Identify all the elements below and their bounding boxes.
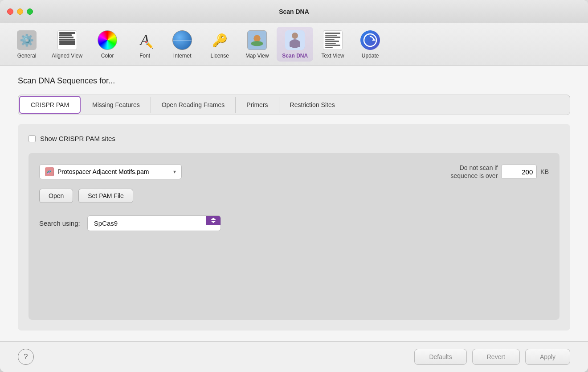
- set-pam-file-button[interactable]: Set PAM File: [78, 189, 133, 203]
- svg-point-4: [292, 33, 298, 39]
- toolbar: ⚙️ General Aligned View: [0, 23, 588, 66]
- toolbar-label-aligned-view: Aligned View: [52, 53, 82, 59]
- tab-crispr-pam[interactable]: CRISPR PAM: [19, 96, 81, 114]
- map-view-icon: [246, 29, 268, 51]
- limit-unit: KB: [540, 168, 549, 175]
- tab-bar: CRISPR PAM Missing Features Open Reading…: [18, 95, 570, 115]
- tab-open-reading-frames[interactable]: Open Reading Frames: [151, 97, 236, 113]
- apply-button[interactable]: Apply: [525, 349, 570, 365]
- svg-marker-8: [372, 38, 376, 41]
- maximize-button[interactable]: [27, 8, 33, 15]
- toolbar-label-scan-dna: Scan DNA: [282, 53, 308, 59]
- toolbar-label-map-view: Map View: [245, 53, 269, 59]
- toolbar-item-aligned-view[interactable]: Aligned View: [46, 27, 88, 62]
- search-label: Search using:: [39, 219, 80, 227]
- tab-missing-features[interactable]: Missing Features: [82, 97, 151, 113]
- file-row: 🧬 Protospacer Adjacent Motifs.pam ▾ Do n…: [39, 164, 549, 180]
- search-select[interactable]: SpCas9: [87, 215, 221, 231]
- toolbar-item-license[interactable]: 🔑 License: [202, 27, 237, 62]
- toolbar-label-license: License: [210, 53, 229, 59]
- tab-restriction-sites[interactable]: Restriction Sites: [279, 97, 346, 113]
- button-row: Open Set PAM File: [39, 189, 549, 203]
- license-icon: 🔑: [209, 29, 230, 51]
- svg-point-2: [251, 41, 263, 46]
- panel: Show CRISPR PAM sites 🧬 Protospacer Adja…: [18, 124, 570, 331]
- section-title: Scan DNA Sequences for...: [18, 76, 570, 86]
- file-selector[interactable]: 🧬 Protospacer Adjacent Motifs.pam ▾: [39, 164, 182, 179]
- toolbar-item-general[interactable]: ⚙️ General: [9, 27, 45, 62]
- search-row: Search using: SpCas9: [39, 215, 549, 231]
- pam-file-icon: 🧬: [45, 167, 54, 176]
- toolbar-label-internet: Internet: [173, 53, 192, 59]
- toolbar-item-map-view[interactable]: Map View: [239, 27, 275, 62]
- inner-panel: 🧬 Protospacer Adjacent Motifs.pam ▾ Do n…: [29, 153, 559, 320]
- traffic-lights: [7, 8, 33, 15]
- show-crispr-checkbox[interactable]: [29, 135, 36, 142]
- tab-primers[interactable]: Primers: [236, 97, 279, 113]
- aligned-view-icon: [57, 29, 78, 51]
- toolbar-item-font[interactable]: A ✏️ Font: [127, 27, 163, 62]
- toolbar-item-text-view[interactable]: Text View: [315, 27, 351, 62]
- svg-marker-12: [211, 221, 216, 223]
- limit-input[interactable]: [501, 165, 537, 179]
- toolbar-item-color[interactable]: Color: [90, 27, 125, 62]
- defaults-button[interactable]: Defaults: [414, 349, 466, 365]
- general-icon: ⚙️: [16, 29, 37, 51]
- toolbar-item-scan-dna[interactable]: Scan DNA: [277, 27, 313, 62]
- file-selector-value: Protospacer Adjacent Motifs.pam: [57, 168, 149, 175]
- internet-icon: [172, 29, 193, 51]
- svg-point-1: [254, 35, 261, 42]
- search-select-value: SpCas9: [88, 216, 206, 231]
- svg-rect-6: [290, 41, 300, 47]
- text-view-icon: [322, 29, 343, 51]
- open-button[interactable]: Open: [39, 189, 73, 203]
- scan-dna-icon: [284, 29, 306, 51]
- bottom-bar: ? Defaults Revert Apply: [0, 341, 588, 372]
- color-icon: [97, 29, 118, 51]
- limit-section: Do not scan ifsequence is over KB: [450, 164, 549, 180]
- update-icon: [359, 29, 381, 51]
- toolbar-label-text-view: Text View: [322, 53, 344, 59]
- toolbar-label-update: Update: [362, 53, 379, 59]
- svg-marker-11: [211, 218, 216, 220]
- close-button[interactable]: [7, 8, 13, 15]
- window: Scan DNA ⚙️ General Aligned Vie: [0, 0, 588, 372]
- window-title: Scan DNA: [279, 8, 309, 15]
- dropdown-arrow-icon: ▾: [173, 169, 176, 175]
- font-icon: A ✏️: [134, 29, 155, 51]
- search-select-arrow-icon[interactable]: [206, 216, 220, 225]
- toolbar-label-font: Font: [139, 53, 150, 59]
- toolbar-item-internet[interactable]: Internet: [164, 27, 200, 62]
- toolbar-label-general: General: [17, 53, 37, 59]
- help-button[interactable]: ?: [18, 349, 34, 365]
- checkbox-row: Show CRISPR PAM sites: [29, 135, 559, 142]
- minimize-button[interactable]: [17, 8, 23, 15]
- limit-label: Do not scan ifsequence is over: [450, 164, 498, 180]
- svg-text:🧬: 🧬: [47, 169, 51, 174]
- titlebar: Scan DNA: [0, 0, 588, 23]
- revert-button[interactable]: Revert: [472, 349, 520, 365]
- toolbar-item-update[interactable]: Update: [352, 27, 388, 62]
- content-area: Scan DNA Sequences for... CRISPR PAM Mis…: [0, 66, 588, 341]
- toolbar-label-color: Color: [101, 53, 114, 59]
- checkbox-label: Show CRISPR PAM sites: [40, 135, 115, 142]
